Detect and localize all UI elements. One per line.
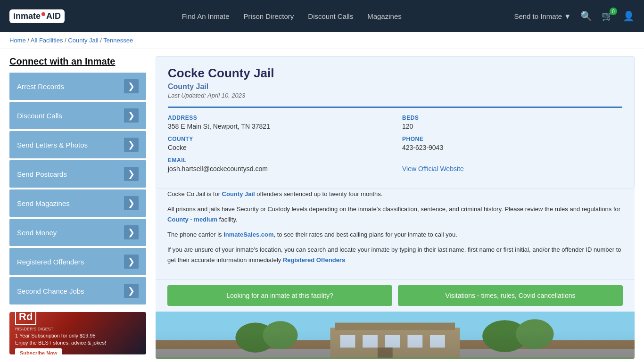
arrow-icon-0: ❯ (124, 79, 139, 93)
connect-title: Connect with an Inmate (9, 56, 146, 67)
county-block: COUNTY Cocke (168, 136, 388, 151)
logo-dot (41, 12, 45, 16)
nav-right: Send to Inmate ▼ 🔍 🛒 0 👤 (514, 10, 635, 22)
send-to-inmate-label: Send to Inmate (514, 12, 562, 20)
desc-para-1: Cocke Co Jail is for County Jail offende… (167, 189, 623, 199)
breadcrumb-tennessee[interactable]: Tennessee (103, 37, 133, 44)
last-updated: Last Updated: April 10, 2023 (168, 92, 622, 99)
sidebar-label-send-letters: Send Letters & Photos (17, 141, 88, 149)
address-value: 358 E Main St, Newport, TN 37821 (168, 123, 388, 130)
county-jail-link[interactable]: County Jail (222, 190, 255, 197)
sidebar-item-send-money[interactable]: Send Money ❯ (9, 219, 146, 246)
navbar: inmate AID Find An Inmate Prison Directo… (0, 0, 644, 32)
looking-for-inmate-button[interactable]: Looking for an inmate at this facility? (167, 285, 392, 306)
facility-name: Cocke County Jail (168, 66, 622, 81)
beds-label: BEDS (402, 115, 622, 121)
desc-para-4: If you are unsure of your inmate's locat… (167, 245, 623, 265)
email-label: EMAIL (168, 157, 388, 164)
nav-links: Find An Inmate Prison Directory Discount… (83, 12, 500, 20)
ad-line1: 1 Year Subscription for only $19.98 (15, 333, 96, 338)
ad-content: Rd READER'S DIGEST 1 Year Subscription f… (9, 312, 112, 354)
sidebar-item-send-postcards[interactable]: Send Postcards ❯ (9, 160, 146, 188)
website-spacer (402, 157, 622, 164)
send-to-inmate-link[interactable]: Send to Inmate ▼ (514, 12, 571, 20)
website-link[interactable]: View Official Website (402, 165, 464, 173)
sidebar-item-arrest-records[interactable]: Arrest Records ❯ (9, 73, 146, 100)
nav-magazines[interactable]: Magazines (367, 12, 402, 20)
breadcrumb: Home / All Facilities / County Jail / Te… (9, 37, 635, 44)
description-block: Cocke Co Jail is for County Jail offende… (156, 189, 635, 279)
desc-para-2: All prisons and jails have Security or C… (167, 204, 623, 225)
county-value: Cocke (168, 144, 388, 151)
breadcrumb-county-jail[interactable]: County Jail (68, 37, 98, 44)
logo-text-aid: AID (46, 11, 61, 21)
breadcrumb-home[interactable]: Home (9, 37, 26, 44)
facility-type: County Jail (168, 82, 622, 91)
county-label: COUNTY (168, 136, 388, 142)
main-container: Connect with an Inmate Arrest Records ❯ … (0, 49, 644, 362)
sidebar-label-arrest-records: Arrest Records (17, 82, 64, 90)
facility-photo (156, 312, 635, 359)
sidebar-item-send-letters[interactable]: Send Letters & Photos ❯ (9, 131, 146, 158)
cart-badge: 0 (610, 8, 617, 15)
sidebar-item-discount-calls[interactable]: Discount Calls ❯ (9, 102, 146, 129)
sidebar-label-second-chance-jobs: Second Chance Jobs (17, 287, 84, 295)
sidebar: Connect with an Inmate Arrest Records ❯ … (9, 56, 146, 359)
ad-line2: Enjoy the BEST stories, advice & jokes! (15, 340, 106, 346)
breadcrumb-bar: Home / All Facilities / County Jail / Te… (0, 32, 644, 49)
arrow-icon-3: ❯ (124, 167, 139, 181)
sidebar-menu: Arrest Records ❯ Discount Calls ❯ Send L… (9, 73, 146, 304)
address-label: ADDRESS (168, 115, 388, 121)
chevron-down-icon: ▼ (564, 12, 571, 20)
address-block: ADDRESS 358 E Main St, Newport, TN 37821 (168, 115, 388, 130)
user-icon[interactable]: 👤 (623, 10, 635, 22)
ad-banner: Rd READER'S DIGEST 1 Year Subscription f… (9, 312, 146, 354)
nav-find-inmate[interactable]: Find An Inmate (182, 12, 230, 20)
nav-discount-calls[interactable]: Discount Calls (308, 12, 353, 20)
search-icon[interactable]: 🔍 (580, 10, 592, 22)
arrow-icon-6: ❯ (124, 255, 139, 269)
svg-rect-6 (335, 322, 455, 330)
content-area: Cocke County Jail County Jail Last Updat… (156, 56, 635, 359)
breadcrumb-all-facilities[interactable]: All Facilities (31, 37, 63, 44)
registered-offenders-link[interactable]: Registered Offenders (283, 256, 345, 263)
sidebar-label-send-postcards: Send Postcards (17, 170, 67, 178)
phone-block: PHONE 423-623-9043 (402, 136, 622, 151)
visitations-button[interactable]: Visitations - times, rules, Covid cancel… (398, 285, 623, 306)
beds-value: 120 (402, 123, 622, 130)
desc-para-3: The phone carrier is InmateSales.com, to… (167, 230, 623, 240)
logo-text-inmate: inmate (13, 11, 41, 21)
phone-label: PHONE (402, 136, 622, 142)
arrow-icon-7: ❯ (124, 284, 139, 298)
arrow-icon-5: ❯ (124, 225, 139, 239)
email-block: EMAIL josh.hartsell@cockecountysd.com (168, 157, 388, 173)
photo-overlay (156, 330, 635, 359)
logo[interactable]: inmate AID (9, 9, 65, 23)
sidebar-label-send-magazines: Send Magazines (17, 199, 70, 207)
cart-wrapper[interactable]: 🛒 0 (602, 10, 613, 22)
ad-brand: READER'S DIGEST (15, 327, 106, 331)
website-block: View Official Website (402, 157, 622, 173)
subscribe-button[interactable]: Subscribe Now (15, 348, 62, 354)
action-buttons: Looking for an inmate at this facility? … (156, 279, 635, 312)
info-grid: ADDRESS 358 E Main St, Newport, TN 37821… (168, 107, 622, 173)
phone-value: 423-623-9043 (402, 144, 622, 151)
sidebar-label-send-money: Send Money (17, 229, 57, 237)
arrow-icon-4: ❯ (124, 196, 139, 210)
beds-block: BEDS 120 (402, 115, 622, 130)
ad-text: 1 Year Subscription for only $19.98 Enjo… (15, 332, 106, 347)
inmate-sales-link[interactable]: InmateSales.com (223, 231, 273, 238)
nav-prison-directory[interactable]: Prison Directory (244, 12, 294, 20)
sidebar-label-discount-calls: Discount Calls (17, 112, 62, 120)
sidebar-item-registered-offenders[interactable]: Registered Offenders ❯ (9, 248, 146, 275)
facility-card: Cocke County Jail County Jail Last Updat… (156, 56, 635, 189)
arrow-icon-2: ❯ (124, 138, 139, 152)
sidebar-item-second-chance-jobs[interactable]: Second Chance Jobs ❯ (9, 277, 146, 304)
county-medium-link[interactable]: County - medium (167, 216, 217, 223)
sidebar-item-send-magazines[interactable]: Send Magazines ❯ (9, 189, 146, 217)
email-value: josh.hartsell@cockecountysd.com (168, 165, 388, 173)
rd-logo: Rd (15, 312, 36, 325)
arrow-icon-1: ❯ (124, 108, 139, 123)
sidebar-label-registered-offenders: Registered Offenders (17, 258, 84, 266)
